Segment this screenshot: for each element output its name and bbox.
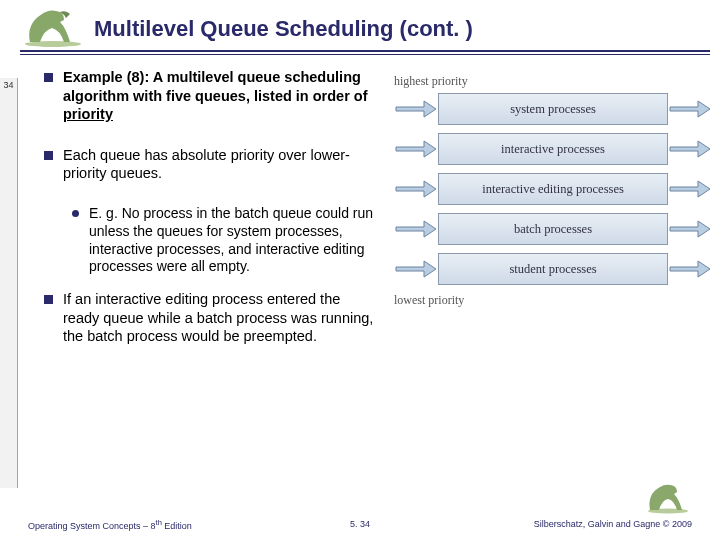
footer-left: Operating System Concepts – 8th Edition <box>28 518 192 531</box>
queue-row: student processes <box>394 253 712 285</box>
bullet-example: Example (8): A multilevel queue scheduli… <box>44 68 374 124</box>
subbullet-text: E. g. No process in the batch queue coul… <box>89 205 374 277</box>
arrow-right-icon <box>668 213 712 245</box>
square-bullet-icon <box>44 151 53 160</box>
queue-row: interactive editing processes <box>394 173 712 205</box>
queue-row: batch processes <box>394 213 712 245</box>
arrow-right-icon <box>668 133 712 165</box>
arrow-right-icon <box>394 253 438 285</box>
highest-priority-label: highest priority <box>394 74 712 89</box>
bullet-text: Example (8): A multilevel queue scheduli… <box>63 68 374 124</box>
dinosaur-icon <box>20 4 86 48</box>
bullet-preempt: If an interactive editing process entere… <box>44 290 374 346</box>
example-prefix: Example (8): <box>63 69 153 85</box>
text-column: Example (8): A multilevel queue scheduli… <box>44 68 374 368</box>
arrow-right-icon <box>394 133 438 165</box>
footer-right: Silberschatz, Galvin and Gagne © 2009 <box>534 519 692 529</box>
square-bullet-icon <box>44 73 53 82</box>
arrow-right-icon <box>668 93 712 125</box>
footer-page-number: 5. 34 <box>350 519 370 529</box>
arrow-right-icon <box>394 93 438 125</box>
slide-footer: Operating System Concepts – 8th Edition … <box>0 514 720 540</box>
page-number-tab: 34 <box>0 78 18 488</box>
queue-box: system processes <box>438 93 668 125</box>
dinosaur-icon <box>644 480 692 514</box>
footer-left-text: Operating System Concepts – 8 <box>28 521 156 531</box>
footer-left-tail: Edition <box>162 521 192 531</box>
round-bullet-icon <box>72 210 79 217</box>
arrow-right-icon <box>394 213 438 245</box>
bullet-text: If an interactive editing process entere… <box>63 290 374 346</box>
square-bullet-icon <box>44 295 53 304</box>
footer-authors: Silberschatz, Galvin and Gagne <box>534 519 663 529</box>
queue-box: interactive processes <box>438 133 668 165</box>
bullet-absolute-priority: Each queue has absolute priority over lo… <box>44 146 374 183</box>
slide: Multilevel Queue Scheduling (cont. ) 34 … <box>0 0 720 540</box>
title-rule-thin <box>20 54 710 55</box>
bullet-text: Each queue has absolute priority over lo… <box>63 146 374 183</box>
arrow-right-icon <box>394 173 438 205</box>
queue-box: interactive editing processes <box>438 173 668 205</box>
queue-row: interactive processes <box>394 133 712 165</box>
queue-row: system processes <box>394 93 712 125</box>
lowest-priority-label: lowest priority <box>394 293 712 308</box>
slide-body: Example (8): A multilevel queue scheduli… <box>44 68 710 500</box>
slide-title: Multilevel Queue Scheduling (cont. ) <box>94 16 473 42</box>
priority-underlined: priority <box>63 106 113 122</box>
slide-header: Multilevel Queue Scheduling (cont. ) <box>0 0 720 58</box>
queue-box: batch processes <box>438 213 668 245</box>
title-rule-thick <box>20 50 710 52</box>
footer-copyright: © 2009 <box>663 519 692 529</box>
subbullet-example: E. g. No process in the batch queue coul… <box>72 205 374 277</box>
diagram-column: highest priority system processes intera… <box>394 74 712 308</box>
arrow-right-icon <box>668 253 712 285</box>
queue-box: student processes <box>438 253 668 285</box>
arrow-right-icon <box>668 173 712 205</box>
